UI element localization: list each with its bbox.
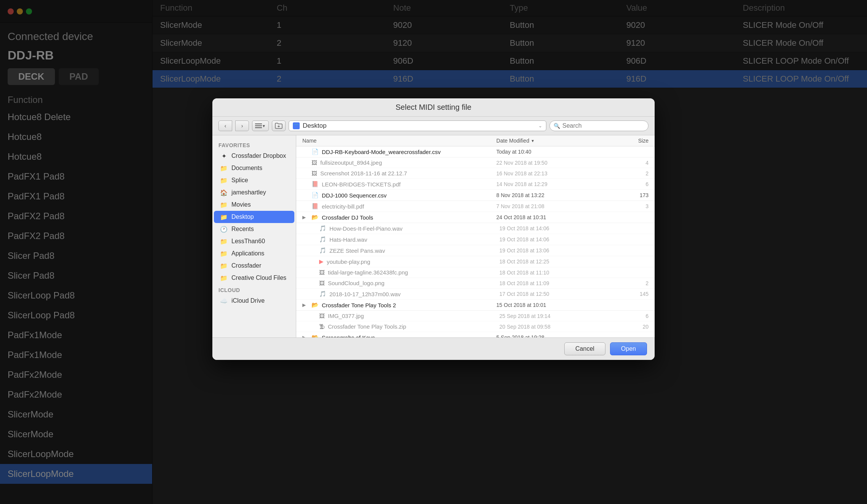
file-date: 18 Oct 2018 at 11:09 <box>499 280 626 286</box>
file-size: 3 <box>626 203 649 209</box>
file-date: 24 Oct 2018 at 10:31 <box>496 214 626 220</box>
file-col-date[interactable]: Date Modified ▼ <box>496 138 626 144</box>
file-name-text: 2018-10-17_12h37m00.wav <box>329 291 401 297</box>
file-type-icon: 🖼 <box>319 269 325 276</box>
sidebar-item-documents[interactable]: 📁Documents <box>214 162 294 174</box>
file-name-text: IMG_0377.jpg <box>328 313 364 319</box>
new-folder-button[interactable] <box>272 120 286 131</box>
file-type-icon: 📂 <box>311 302 319 308</box>
file-list-item[interactable]: 📄DDJ-1000 Sequencer.csv8 Nov 2018 at 13:… <box>296 190 655 201</box>
location-dropdown[interactable]: Desktop ⌄ <box>289 120 546 131</box>
file-name-text: Crossfader DJ Tools <box>322 214 373 221</box>
file-list-item[interactable]: 🖼Screenshot 2018-11-16 at 22.12.716 Nov … <box>296 168 655 179</box>
file-list-item[interactable]: 🎵ZEZE Steel Pans.wav19 Oct 2018 at 13:06 <box>296 245 655 256</box>
file-list: NameDate Modified ▼Size 📄DDJ-RB-Keyboard… <box>296 135 655 337</box>
file-list-item[interactable]: 🎵2018-10-17_12h37m00.wav17 Oct 2018 at 1… <box>296 289 655 300</box>
file-list-item[interactable]: ▶📂Crossfader DJ Tools24 Oct 2018 at 10:3… <box>296 212 655 223</box>
file-type-icon: 📕 <box>311 203 319 210</box>
file-date: 18 Oct 2018 at 11:10 <box>499 270 626 276</box>
sidebar-item-applications[interactable]: 📁Applications <box>214 247 294 260</box>
file-name: ▶📂Crossfader DJ Tools <box>302 214 496 221</box>
file-name: 🖼fullsizeoutput_89d4.jpeg <box>302 159 496 166</box>
file-list-item[interactable]: ▶youtube-play.png18 Oct 2018 at 12:25 <box>296 256 655 267</box>
file-list-item[interactable]: 🗜Crossfader Tone Play Tools.zip20 Sep 20… <box>296 321 655 332</box>
file-date: 16 Nov 2018 at 22:13 <box>496 170 626 177</box>
search-box: 🔍 <box>549 120 649 131</box>
sidebar-section-icloud: iCloud <box>212 284 296 295</box>
file-list-item[interactable]: 📕electricity-bill.pdf7 Nov 2018 at 21:08… <box>296 201 655 212</box>
sidebar-item-crossfader-dropbox[interactable]: ✦Crossfader Dropbox <box>214 150 294 162</box>
file-name-text: youtube-play.png <box>327 258 370 265</box>
file-size: 6 <box>626 181 649 187</box>
folder-icon: 📁 <box>220 274 228 282</box>
sidebar-item-splice[interactable]: 📁Splice <box>214 174 294 186</box>
file-size: 2 <box>626 280 649 286</box>
modal-footer: Cancel Open <box>212 337 655 360</box>
file-date: 18 Oct 2018 at 12:25 <box>499 258 626 265</box>
modal-title: Select MIDI setting file <box>396 103 472 111</box>
folder-icon: 📁 <box>220 201 228 209</box>
file-date: 19 Oct 2018 at 13:06 <box>499 247 626 254</box>
file-list-item[interactable]: ▶📂Crossfader Tone Play Tools 215 Oct 201… <box>296 300 655 311</box>
file-list-item[interactable]: 🖼IMG_0377.jpg25 Sep 2018 at 19:146 <box>296 311 655 321</box>
file-date: 17 Oct 2018 at 12:50 <box>499 291 626 297</box>
back-button[interactable]: ‹ <box>218 120 232 131</box>
file-name: 🎵ZEZE Steel Pans.wav <box>302 247 499 254</box>
search-input[interactable] <box>562 122 644 129</box>
file-list-item[interactable]: ▶📂Screengrabs of Keys5 Sep 2018 at 19:28 <box>296 332 655 337</box>
file-name-text: LEON-BRIDGES-TICKETS.pdf <box>322 181 401 188</box>
sidebar-item-jameshartley[interactable]: 🏠jameshartley <box>214 186 294 199</box>
file-name: 📄DDJ-RB-Keyboard-Mode_wearecrossfader.cs… <box>302 148 496 155</box>
sidebar-item-label: Applications <box>231 250 264 257</box>
sidebar-item-icloud-drive[interactable]: ☁️iCloud Drive <box>214 295 294 307</box>
file-date: 19 Oct 2018 at 14:06 <box>499 225 626 231</box>
file-name-text: Hats-Hard.wav <box>329 236 367 243</box>
sidebar-item-label: Movies <box>231 201 251 208</box>
file-list-item[interactable]: 🖼fullsizeoutput_89d4.jpeg22 Nov 2018 at … <box>296 157 655 168</box>
file-col-size: Size <box>626 138 649 144</box>
file-size: 20 <box>626 324 649 330</box>
expand-arrow-icon[interactable]: ▶ <box>302 335 308 337</box>
cancel-button[interactable]: Cancel <box>564 342 605 355</box>
file-name: 🖼IMG_0377.jpg <box>302 313 499 319</box>
file-type-icon: 🎵 <box>319 236 326 243</box>
sidebar-item-label: Splice <box>231 177 248 184</box>
file-type-icon: 🎵 <box>319 225 326 232</box>
sidebar-item-desktop[interactable]: 📁Desktop <box>214 211 294 223</box>
view-options-button[interactable]: ▼ <box>252 120 269 131</box>
modal-titlebar: Select MIDI setting file <box>212 98 655 117</box>
file-name: 📕LEON-BRIDGES-TICKETS.pdf <box>302 181 496 188</box>
file-type-icon: 📄 <box>311 148 319 155</box>
file-type-icon: 📕 <box>311 181 319 188</box>
file-list-header: NameDate Modified ▼Size <box>296 135 655 146</box>
file-type-icon: 🎵 <box>319 247 326 254</box>
file-list-item[interactable]: 📄DDJ-RB-Keyboard-Mode_wearecrossfader.cs… <box>296 146 655 157</box>
sidebar-item-label: Crossfader <box>231 262 261 269</box>
file-name: ▶📂Crossfader Tone Play Tools 2 <box>302 302 496 308</box>
expand-arrow-icon[interactable]: ▶ <box>302 302 308 308</box>
folder-icon: ✦ <box>220 152 228 160</box>
file-list-item[interactable]: 🎵How-Does-It-Feel-Piano.wav19 Oct 2018 a… <box>296 223 655 234</box>
file-list-item[interactable]: 🖼tidal-large-tagline.362438fc.png18 Oct … <box>296 267 655 278</box>
file-name-text: Crossfader Tone Play Tools.zip <box>328 323 406 330</box>
expand-arrow-icon[interactable]: ▶ <box>302 215 308 220</box>
sidebar-item-lessthan60[interactable]: 📁LessThan60 <box>214 235 294 247</box>
sidebar-item-crossfader[interactable]: 📁Crossfader <box>214 260 294 272</box>
file-name: 🖼tidal-large-tagline.362438fc.png <box>302 269 499 276</box>
sidebar-item-label: Crossfader Dropbox <box>231 152 286 159</box>
file-list-item[interactable]: 🎵Hats-Hard.wav19 Oct 2018 at 14:06 <box>296 234 655 245</box>
file-list-item[interactable]: 📕LEON-BRIDGES-TICKETS.pdf14 Nov 2018 at … <box>296 179 655 190</box>
file-list-item[interactable]: 🖼SoundCloud_logo.png18 Oct 2018 at 11:09… <box>296 278 655 289</box>
file-name: ▶youtube-play.png <box>302 258 499 265</box>
folder-icon: 🏠 <box>220 189 228 196</box>
file-name: 🎵Hats-Hard.wav <box>302 236 499 243</box>
folder-icon: 📁 <box>220 238 228 245</box>
sidebar-item-label: jameshartley <box>231 189 266 196</box>
sidebar-item-movies[interactable]: 📁Movies <box>214 199 294 211</box>
forward-button[interactable]: › <box>235 120 249 131</box>
file-name-text: SoundCloud_logo.png <box>328 280 384 286</box>
open-button[interactable]: Open <box>610 342 647 355</box>
file-col-name: Name <box>302 138 496 144</box>
sidebar-item-creative-cloud-files[interactable]: 📁Creative Cloud Files <box>214 272 294 284</box>
sidebar-item-recents[interactable]: 🕐Recents <box>214 223 294 235</box>
